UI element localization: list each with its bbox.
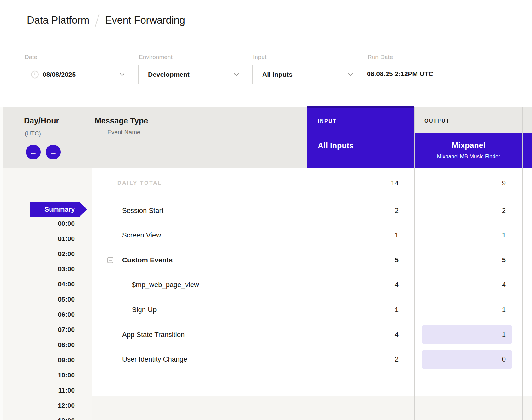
input-dropdown[interactable]: All Inputs [252, 65, 360, 84]
input-column-header: INPUT All Inputs [307, 106, 414, 168]
chevron-down-icon [233, 71, 240, 78]
page-title: Event Forwarding [105, 14, 185, 26]
output-count: 4 [414, 281, 522, 289]
message-type-column-subtitle: Event Name [107, 129, 140, 136]
event-name: App State Transition [122, 331, 185, 339]
daily-total-row: DAILY TOTAL 14 9 [92, 168, 532, 198]
hour-row-label[interactable]: 03:00 [3, 265, 75, 273]
input-count: 5 [307, 256, 414, 264]
arrow-left-icon: ← [30, 148, 37, 157]
input-count: 4 [307, 331, 414, 339]
output-column-header-partial [523, 133, 532, 168]
run-date-value: 08.08.25 2:12PM UTC [367, 70, 433, 78]
hour-row-label[interactable]: 06:00 [3, 310, 75, 319]
hour-row-label[interactable]: 08:00 [3, 340, 75, 349]
input-count: 1 [307, 231, 414, 239]
date-dropdown[interactable]: 08/08/2025 [24, 65, 132, 84]
table-row: User Identity Change20 [92, 347, 532, 372]
table-row: Custom Events55 [92, 248, 532, 273]
input-column-name: All Inputs [318, 141, 354, 150]
input-value: All Inputs [262, 71, 293, 78]
arrow-right-icon: → [50, 148, 57, 157]
output-section-label: OUTPUT [424, 118, 450, 124]
table-row: Screen View11 [92, 223, 532, 248]
table-row: Sign Up11 [92, 297, 532, 322]
event-name: Custom Events [122, 256, 173, 264]
environment-filter-label: Environment [139, 54, 173, 61]
top-bar: Data Platform Event Forwarding [0, 0, 532, 41]
input-count: 4 [307, 281, 414, 289]
summary-label: Summary [30, 202, 84, 217]
event-name: User Identity Change [122, 355, 187, 363]
event-name: $mp_web_page_view [132, 281, 199, 289]
output-column-subtitle: Mixpanel MB Music Finder [415, 153, 522, 160]
environment-value: Development [148, 71, 190, 78]
table-row: $mp_web_page_view44 [92, 273, 532, 297]
breadcrumb: Data Platform Event Forwarding [27, 13, 185, 27]
page-left-gutter [0, 107, 3, 420]
day-hour-column-title: Day/Hour [24, 116, 59, 125]
filter-bar: Date 08/08/2025 Environment Development [0, 40, 532, 107]
date-value: 08/08/2025 [43, 71, 76, 78]
hour-row-label[interactable]: 12:00 [3, 401, 75, 410]
hour-row-label[interactable]: 13:00 [3, 416, 75, 420]
input-count: 1 [307, 306, 414, 314]
event-name: Session Start [122, 207, 163, 215]
output-count: 5 [414, 256, 522, 264]
summary-row-badge[interactable]: Summary [30, 202, 87, 217]
output-count: 1 [414, 306, 522, 314]
breadcrumb-section[interactable]: Data Platform [27, 14, 89, 26]
hour-row-label[interactable]: 00:00 [3, 219, 75, 228]
hour-row-label[interactable]: 01:00 [3, 234, 75, 243]
hour-row-label[interactable]: 10:00 [3, 371, 75, 380]
message-type-column-title: Message Type [95, 116, 148, 125]
hour-row-label[interactable]: 05:00 [3, 295, 75, 304]
chevron-down-icon [118, 71, 126, 78]
daily-total-output-value: 9 [414, 179, 522, 187]
run-date-label: Run Date [368, 54, 393, 61]
event-name: Sign Up [132, 306, 157, 314]
daily-total-label: DAILY TOTAL [117, 180, 162, 186]
clock-icon [31, 70, 39, 79]
hour-row-label[interactable]: 11:00 [3, 386, 75, 395]
event-forwarding-page: Data Platform Event Forwarding Date 08/0… [0, 0, 532, 420]
output-count: 1 [414, 231, 522, 239]
breadcrumb-separator-icon [95, 14, 99, 27]
output-count: 1 [414, 331, 522, 339]
next-day-button[interactable]: → [46, 145, 61, 159]
output-count: 2 [414, 207, 522, 215]
hour-row-label[interactable]: 09:00 [3, 356, 75, 364]
table-footer-background [92, 396, 532, 420]
table-row: Session Start22 [92, 198, 532, 223]
hour-row-label[interactable]: 02:00 [3, 249, 75, 258]
hour-row-label[interactable]: 07:00 [3, 325, 75, 334]
collapse-minus-icon[interactable] [107, 257, 113, 263]
input-column-accent-strip [307, 106, 414, 108]
input-count: 2 [307, 207, 414, 215]
output-column-name: Mixpanel [415, 141, 522, 150]
column-divider [92, 107, 92, 420]
date-filter-label: Date [25, 54, 37, 61]
input-filter-label: Input [253, 54, 266, 61]
output-column-header: Mixpanel Mixpanel MB Music Finder [415, 133, 522, 168]
chevron-down-icon [347, 71, 354, 78]
environment-dropdown[interactable]: Development [138, 65, 246, 84]
output-count: 0 [414, 355, 522, 363]
daily-total-input-value: 14 [307, 179, 414, 187]
day-hour-column-subtitle: (UTC) [25, 130, 41, 137]
input-count: 2 [307, 355, 414, 363]
input-section-label: INPUT [318, 118, 337, 124]
event-name: Screen View [122, 231, 161, 239]
hour-row-label[interactable]: 04:00 [3, 280, 75, 289]
table-row: App State Transition41 [92, 322, 532, 347]
column-divider [522, 107, 523, 420]
previous-day-button[interactable]: ← [26, 145, 41, 159]
